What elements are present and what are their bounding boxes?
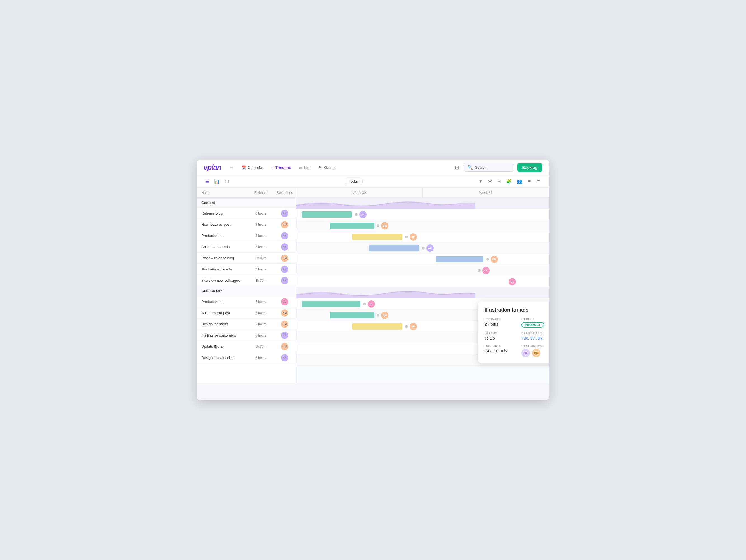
task-name: Social media post xyxy=(197,311,248,315)
nav-status[interactable]: ⚑ Status xyxy=(315,164,338,171)
task-name: Interview new colleague xyxy=(197,278,248,282)
task-resource: AK xyxy=(274,210,296,217)
task-name: Release blog xyxy=(197,211,248,215)
task-estimate: 2 hours xyxy=(248,268,274,271)
task-resource: CL xyxy=(274,298,296,305)
avatar: BM xyxy=(281,309,288,317)
task-resource: AK xyxy=(274,332,296,339)
gantt-row-product-video[interactable]: BM xyxy=(296,231,549,243)
tooltip-resources-label: RESOURCES xyxy=(521,344,549,348)
search-box[interactable]: 🔍 xyxy=(464,163,514,172)
tooltip-badge: PRODUCT xyxy=(521,322,544,328)
archive-button[interactable]: 🗃 xyxy=(535,178,542,185)
gantt-row-review[interactable]: BM xyxy=(296,254,549,265)
avatar: AK xyxy=(281,210,288,217)
filter-button[interactable]: ▼ xyxy=(477,178,485,185)
task-row[interactable]: mailing for customers 5 hours AK xyxy=(197,330,296,341)
tooltip-estimate-label: ESTIMATE xyxy=(485,317,518,321)
task-row[interactable]: New features post 3 hours BM xyxy=(197,219,296,230)
tooltip-popup: Illustration for ads ESTIMATE 2 Hours LA… xyxy=(478,302,549,363)
task-resource: AK xyxy=(274,266,296,273)
tooltip-labels-section: LABELS PRODUCT xyxy=(521,317,549,328)
gantt-body: AK BM BM AK xyxy=(296,198,549,366)
tooltip-labels-label: LABELS xyxy=(521,317,549,321)
avatar: AK xyxy=(281,332,288,339)
gantt-row-interview[interactable]: CL xyxy=(296,276,549,287)
avatar: BM xyxy=(281,343,288,350)
task-estimate: 5 hours xyxy=(248,234,274,238)
toolbar: ☰ 📊 ◫ Today ▼ 👁 ⊞ 🧩 👥 ⚑ 🗃 xyxy=(197,175,549,188)
section-content-header: Content xyxy=(197,198,296,208)
task-row[interactable]: Social media post 3 hours BM xyxy=(197,307,296,318)
gantt-section-autumn xyxy=(296,287,549,299)
tooltip-avatar-2: BM xyxy=(532,349,541,357)
tooltip-status-value: To Do xyxy=(485,336,518,340)
nav-list[interactable]: ☰ List xyxy=(295,164,314,171)
task-row[interactable]: Animation for ads 5 hours AK xyxy=(197,242,296,253)
task-resource: BM xyxy=(274,221,296,228)
avatar: BM xyxy=(281,255,288,262)
task-row[interactable]: Product video 5 hours AK xyxy=(197,230,296,242)
nav-timeline[interactable]: ≡ Timeline xyxy=(268,164,294,171)
task-row[interactable]: Review release blog 1h 30m BM xyxy=(197,253,296,264)
flag-button[interactable]: ⚑ xyxy=(526,178,533,185)
app-window: vplan + 📅 Calendar ≡ Timeline ☰ List ⚑ S… xyxy=(197,160,549,400)
avatar: AK xyxy=(281,266,288,273)
task-resource: AK xyxy=(274,243,296,251)
tooltip-grid: ESTIMATE 2 Hours LABELS PRODUCT STATUS T… xyxy=(485,317,549,357)
gantt-row-new-features[interactable]: BM xyxy=(296,220,549,231)
task-resource: AK xyxy=(274,354,296,361)
task-row[interactable]: Release blog 6 hours AK xyxy=(197,208,296,219)
layers-button[interactable]: ◫ xyxy=(223,178,231,185)
gantt-row-illustrations[interactable]: CL xyxy=(296,265,549,276)
column-headers: Name Estimate Resources xyxy=(197,188,296,198)
task-resource: BM xyxy=(274,309,296,317)
team-button[interactable]: 👥 xyxy=(515,178,524,185)
gantt-header: Week 30 Week 31 xyxy=(296,188,549,198)
today-button[interactable]: Today xyxy=(345,178,363,185)
task-row[interactable]: Interview new colleague 4h 30m AK xyxy=(197,275,296,286)
tooltip-estimate-section: ESTIMATE 2 Hours xyxy=(485,317,518,328)
chart-view-button[interactable]: 📊 xyxy=(212,178,222,185)
avatar: AK xyxy=(281,243,288,251)
task-name: Update flyers xyxy=(197,344,248,348)
header: vplan + 📅 Calendar ≡ Timeline ☰ List ⚑ S… xyxy=(197,160,549,175)
task-name: Animation for ads xyxy=(197,245,248,249)
task-row[interactable]: Update flyers 1h 30m BM xyxy=(197,341,296,352)
col-name-header: Name xyxy=(197,191,248,195)
header-right: ⊞ 🔍 Backlog xyxy=(454,163,542,172)
gantt-row-animation[interactable]: AK xyxy=(296,243,549,254)
task-row[interactable]: Illustrations for ads 2 hours AK xyxy=(197,264,296,275)
task-resource: BM xyxy=(274,255,296,262)
logo-text: vplan xyxy=(204,163,221,172)
task-row[interactable]: Design for booth 5 hours BM xyxy=(197,318,296,330)
task-name: mailing for customers xyxy=(197,333,248,337)
avatar: BM xyxy=(281,221,288,228)
puzzle-button[interactable]: 🧩 xyxy=(505,178,513,185)
logo: vplan xyxy=(204,163,221,172)
task-resource: BM xyxy=(274,343,296,350)
list-view-button[interactable]: ☰ xyxy=(204,178,211,185)
tooltip-status-section: STATUS To Do xyxy=(485,332,518,340)
task-resource: AK xyxy=(274,232,296,240)
toolbar-right: ▼ 👁 ⊞ 🧩 👥 ⚑ 🗃 xyxy=(477,178,542,185)
task-name: Design for booth xyxy=(197,322,248,326)
task-estimate: 3 hours xyxy=(248,223,274,227)
task-name: Design merchandise xyxy=(197,356,248,360)
nav-calendar[interactable]: 📅 Calendar xyxy=(238,164,267,171)
section-autumn-header: Autumn fair xyxy=(197,286,296,296)
apps-icon-button[interactable]: ⊞ xyxy=(454,163,460,172)
task-estimate: 6 hours xyxy=(248,300,274,304)
gantt-row-release-blog[interactable]: AK xyxy=(296,209,549,220)
backlog-button[interactable]: Backlog xyxy=(517,163,542,172)
columns-button[interactable]: ⊞ xyxy=(496,178,503,185)
add-button[interactable]: + xyxy=(228,163,236,172)
search-input[interactable] xyxy=(475,165,510,169)
section-autumn-title: Autumn fair xyxy=(201,289,222,293)
timeline-icon: ≡ xyxy=(271,165,274,170)
task-row[interactable]: Product video 6 hours CL xyxy=(197,296,296,307)
task-estimate: 1h 30m xyxy=(248,256,274,260)
status-icon: ⚑ xyxy=(318,165,322,170)
eye-button[interactable]: 👁 xyxy=(486,178,494,185)
task-row[interactable]: Design merchandise 2 hours AK xyxy=(197,352,296,363)
